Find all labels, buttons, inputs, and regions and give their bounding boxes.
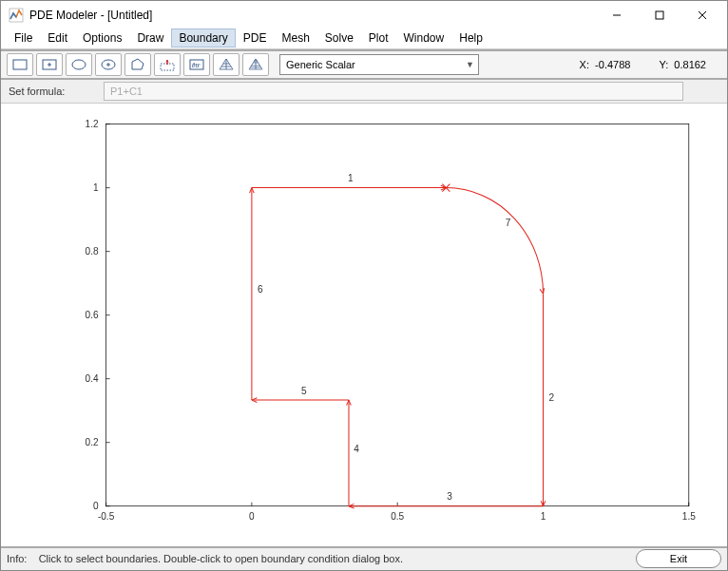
menu-plot[interactable]: Plot — [361, 29, 396, 48]
svg-text:4: 4 — [354, 444, 359, 454]
svg-rect-0 — [10, 9, 23, 22]
dropdown-value: Generic Scalar — [286, 59, 355, 70]
menu-mesh[interactable]: Mesh — [274, 29, 316, 48]
titlebar: PDE Modeler - [Untitled] — [1, 1, 727, 29]
svg-text:-0.5: -0.5 — [98, 511, 115, 522]
menu-solve[interactable]: Solve — [317, 29, 361, 48]
formula-label: Set formula: — [9, 86, 104, 97]
menu-pde[interactable]: PDE — [236, 29, 275, 48]
svg-text:3: 3 — [447, 491, 452, 502]
rectangle-center-tool[interactable] — [36, 53, 63, 76]
app-window: PDE Modeler - [Untitled] FileEditOptions… — [0, 0, 728, 571]
menu-window[interactable]: Window — [396, 29, 452, 48]
menu-boundary[interactable]: Boundary — [171, 29, 235, 48]
rectangle-tool[interactable] — [7, 53, 33, 76]
app-icon — [9, 8, 24, 23]
x-coord: X: -0.4788 — [580, 59, 631, 70]
svg-text:0.8: 0.8 — [86, 246, 99, 257]
ellipse-center-tool[interactable] — [95, 53, 122, 76]
svg-text:1: 1 — [348, 173, 354, 183]
pde-tool[interactable]: ∂u — [183, 53, 210, 76]
boundary-mode-tool[interactable] — [154, 53, 181, 76]
chevron-down-icon: ▼ — [466, 60, 474, 69]
maximize-button[interactable] — [638, 2, 680, 29]
svg-text:5: 5 — [301, 387, 307, 397]
window-title: PDE Modeler - [Untitled] — [29, 9, 595, 22]
close-button[interactable] — [680, 2, 723, 29]
svg-text:0.4: 0.4 — [86, 373, 99, 384]
menu-help[interactable]: Help — [451, 29, 490, 48]
svg-text:0.6: 0.6 — [86, 310, 99, 320]
toolbar: ∂u Generic Scalar ▼ X: -0.4788 Y: 0.8162 — [1, 49, 727, 80]
svg-text:1: 1 — [541, 511, 546, 522]
menubar: FileEditOptionsDrawBoundaryPDEMeshSolveP… — [1, 29, 727, 48]
svg-text:0: 0 — [93, 501, 99, 511]
menu-options[interactable]: Options — [75, 29, 129, 48]
application-dropdown[interactable]: Generic Scalar ▼ — [279, 54, 479, 75]
svg-text:2: 2 — [549, 392, 555, 403]
formula-row: Set formula: — [1, 80, 727, 104]
svg-rect-13 — [161, 64, 174, 70]
ellipse-tool[interactable] — [66, 53, 92, 76]
minimize-button[interactable] — [595, 2, 638, 29]
status-info: Info: Click to select boundaries. Double… — [7, 553, 403, 564]
svg-text:1.2: 1.2 — [86, 119, 99, 129]
statusbar: Info: Click to select boundaries. Double… — [1, 546, 727, 570]
svg-text:0: 0 — [249, 511, 255, 522]
svg-text:0.2: 0.2 — [86, 437, 99, 447]
svg-text:7: 7 — [506, 218, 511, 228]
window-controls — [595, 2, 723, 29]
coordinate-display: X: -0.4788 Y: 0.8162 — [580, 59, 721, 70]
svg-rect-2 — [656, 11, 663, 19]
svg-point-9 — [72, 60, 86, 69]
formula-input[interactable] — [104, 82, 683, 101]
plot-svg: -0.500.511.500.20.40.60.811.21723456 — [1, 104, 727, 545]
svg-rect-5 — [13, 60, 27, 69]
svg-text:1: 1 — [93, 182, 99, 193]
svg-text:0.5: 0.5 — [391, 511, 404, 522]
svg-text:1.5: 1.5 — [682, 511, 696, 522]
svg-text:6: 6 — [258, 284, 263, 295]
menu-edit[interactable]: Edit — [40, 29, 75, 48]
menu-file[interactable]: File — [7, 29, 40, 48]
polygon-tool[interactable] — [125, 53, 151, 76]
svg-point-14 — [166, 63, 168, 65]
plot-area[interactable]: -0.500.511.500.20.40.60.811.21723456 — [1, 104, 727, 545]
exit-button[interactable]: Exit — [636, 549, 721, 568]
y-coord: Y: 0.8162 — [659, 59, 706, 70]
svg-text:∂u: ∂u — [192, 62, 199, 68]
svg-rect-18 — [106, 124, 689, 506]
menu-draw[interactable]: Draw — [129, 29, 171, 48]
mesh-tool[interactable] — [213, 53, 239, 76]
refine-mesh-tool[interactable] — [242, 53, 269, 76]
